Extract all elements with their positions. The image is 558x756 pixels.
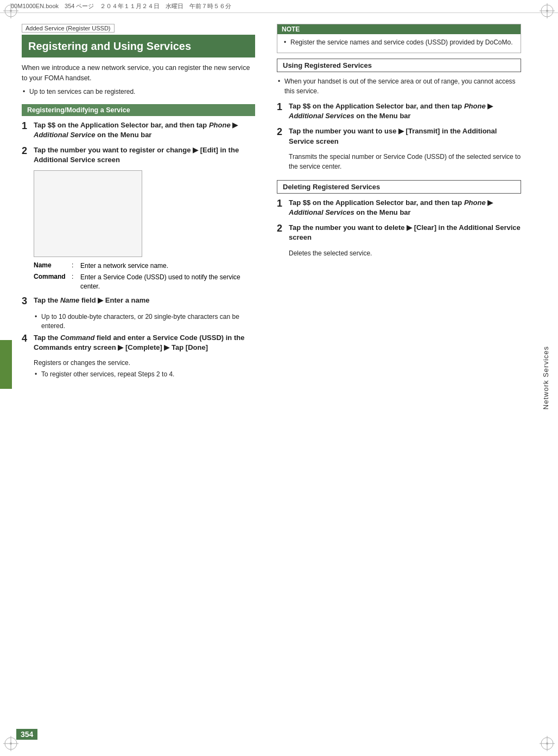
using-step-2-text: Tap the number you want to use ▶ [Transm… — [289, 126, 521, 146]
note-header: NOTE — [277, 24, 521, 34]
page-number-area: 354 — [16, 729, 41, 740]
register-subsection-header: Registering/Modifying a Service — [22, 104, 255, 116]
using-step-2: 2 Tap the number you want to use ▶ [Tran… — [277, 126, 521, 146]
using-step-1: 1 Tap $$ on the Application Selector bar… — [277, 101, 521, 121]
left-step-2: 2 Tap the number you want to register or… — [22, 145, 255, 165]
note-bullet: Register the service names and service c… — [283, 37, 515, 47]
green-sidebar-tab — [0, 340, 12, 389]
del-step-2-desc: Deletes the selected service. — [277, 248, 521, 258]
del-step-2-text: Tap the number you want to delete ▶ [Cle… — [289, 223, 521, 242]
step-3-bullet: Up to 10 double-byte characters, or 20 s… — [22, 312, 255, 331]
step-4-desc: Registers or changes the service. — [22, 358, 255, 368]
top-bar-text: 00M1000EN.book 354 ページ ２０４年１１月２４日 水曜日 午前… — [11, 2, 231, 10]
field-table: Name : Enter a network service name. Com… — [34, 261, 255, 291]
step-4-num: 4 — [22, 333, 34, 345]
screenshot-placeholder — [34, 170, 142, 257]
step-1-num: 1 — [22, 120, 34, 132]
field-name-desc: Enter a network service name. — [80, 261, 255, 271]
step-3-num: 3 — [22, 296, 34, 307]
content-wrapper: Added Service (Register USSD) Registerin… — [16, 18, 542, 387]
field-command-label: Command — [34, 273, 72, 280]
sidebar-label: Network Services — [542, 346, 550, 409]
del-step-2: 2 Tap the number you want to delete ▶ [C… — [277, 223, 521, 242]
field-row-name: Name : Enter a network service name. — [34, 261, 255, 271]
field-row-command: Command : Enter a Service Code (USSD) us… — [34, 273, 255, 291]
left-step-1: 1 Tap $$ on the Application Selector bar… — [22, 120, 255, 140]
field-command-desc: Enter a Service Code (USSD) used to noti… — [80, 273, 255, 291]
del-step-2-num: 2 — [277, 223, 289, 235]
using-bullet: When your handset is out of the service … — [277, 76, 521, 96]
left-column: Added Service (Register USSD) Registerin… — [16, 24, 266, 381]
intro-bullet: Up to ten services can be registered. — [22, 87, 255, 97]
left-step-3: 3 Tap the Name field ▶ Enter a name — [22, 296, 255, 307]
top-bar: 00M1000EN.book 354 ページ ２０４年１１月２４日 水曜日 午前… — [0, 0, 558, 13]
del-step-1-num: 1 — [277, 198, 289, 210]
note-content: Register the service names and service c… — [277, 34, 521, 53]
intro-text: When we introduce a new network service,… — [22, 63, 255, 84]
left-step-4: 4 Tap the Command field and enter a Serv… — [22, 333, 255, 353]
section-tag: Added Service (Register USSD) — [22, 24, 115, 33]
field-sep-1: : — [72, 261, 80, 269]
step-1-text: Tap $$ on the Application Selector bar, … — [34, 120, 255, 140]
step-2-num: 2 — [22, 145, 34, 157]
del-step-1: 1 Tap $$ on the Application Selector bar… — [277, 198, 521, 217]
using-registered-header: Using Registered Services — [277, 59, 521, 72]
svg-point-11 — [10, 742, 12, 745]
step-2-text: Tap the number you want to register or c… — [34, 145, 255, 165]
field-sep-2: : — [72, 273, 80, 280]
using-step-1-text: Tap $$ on the Application Selector bar, … — [289, 101, 521, 121]
using-step-2-num: 2 — [277, 126, 289, 138]
top-left-crosshair — [3, 3, 18, 20]
using-step-1-num: 1 — [277, 101, 289, 113]
right-sidebar: Network Services — [537, 0, 554, 756]
step-3-text: Tap the Name field ▶ Enter a name — [34, 296, 255, 305]
note-box: NOTE Register the service names and serv… — [277, 24, 521, 53]
step-4-text: Tap the Command field and enter a Servic… — [34, 333, 255, 353]
del-step-1-text: Tap $$ on the Application Selector bar, … — [289, 198, 521, 217]
right-column: NOTE Register the service names and serv… — [266, 24, 521, 381]
page-number-box: 354 — [16, 729, 37, 740]
main-title-box: Registering and Using Services — [22, 35, 255, 57]
field-name-label: Name — [34, 261, 72, 269]
deleting-registered-header: Deleting Registered Services — [277, 180, 521, 194]
step-4-bullet: To register other services, repeat Steps… — [22, 370, 255, 379]
page-container: 00M1000EN.book 354 ページ ２０４年１１月２４日 水曜日 午前… — [0, 0, 558, 756]
svg-point-3 — [10, 10, 12, 12]
using-step-2-desc: Transmits the special number or Service … — [277, 152, 521, 171]
